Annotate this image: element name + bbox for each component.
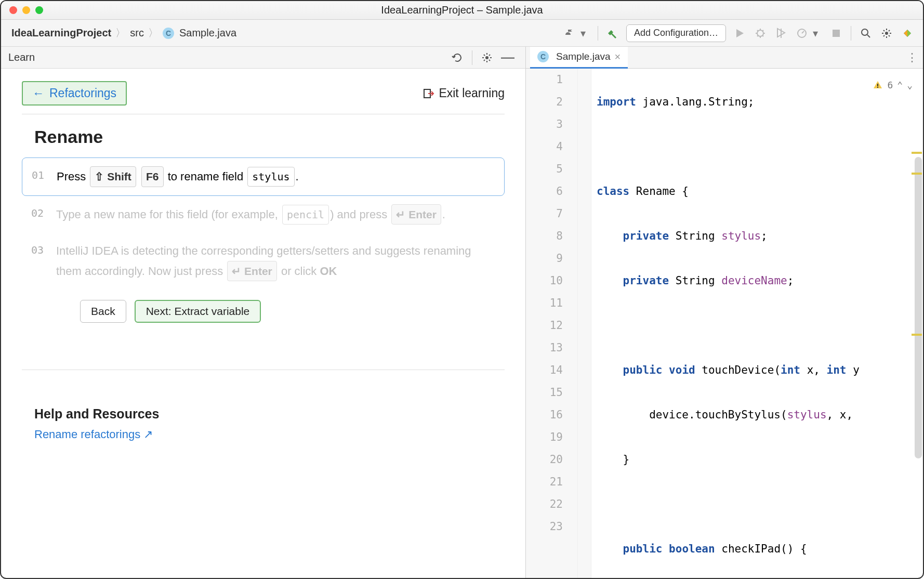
minimize-window-button[interactable]	[22, 6, 30, 14]
error-stripe-marker[interactable]	[912, 334, 922, 336]
coverage-icon[interactable]	[774, 26, 788, 41]
svg-point-4	[885, 32, 888, 35]
stop-icon[interactable]	[829, 26, 843, 41]
chevron-up-icon[interactable]: ⌃	[897, 74, 903, 96]
breadcrumb: IdeaLearningProject 〉 src 〉 C Sample.jav…	[11, 26, 236, 40]
zoom-window-button[interactable]	[35, 6, 43, 14]
debug-icon[interactable]	[753, 26, 768, 41]
line-number-gutter: 123456789101112131415161920212223	[526, 69, 578, 579]
breadcrumb-file[interactable]: Sample.java	[179, 27, 236, 39]
inspection-widget[interactable]: 6 ⌃ ⌄	[873, 74, 913, 96]
restart-icon[interactable]	[450, 50, 465, 65]
breadcrumb-project[interactable]: IdeaLearningProject	[11, 27, 111, 39]
step-text: Press ⇧ Shift F6 to rename field stylus.	[57, 166, 299, 187]
chevron-right-icon: 〉	[115, 26, 126, 40]
gear-icon[interactable]	[480, 50, 494, 65]
scrollbar-thumb[interactable]	[915, 157, 922, 458]
divider	[472, 50, 472, 65]
learn-panel-header: Learn —	[1, 47, 525, 69]
chevron-right-icon: 〉	[148, 26, 159, 40]
window-title: IdeaLearningProject – Sample.java	[1, 4, 923, 16]
back-button[interactable]: Back	[80, 300, 126, 323]
run-icon[interactable]	[732, 26, 747, 41]
keyboard-key: ↵ Enter	[391, 204, 441, 225]
step-number: 03	[31, 241, 48, 281]
code-chip: pencil	[282, 205, 329, 225]
editor-tab-bar: C Sample.java × ⋮	[526, 47, 923, 69]
error-stripe-marker[interactable]	[912, 173, 922, 175]
fold-gutter	[578, 69, 591, 579]
lesson-step-1: 01 Press ⇧ Shift F6 to rename field styl…	[22, 157, 505, 196]
step-text: IntelliJ IDEA is detecting the correspon…	[56, 241, 495, 281]
arrow-left-icon: ←	[32, 86, 44, 100]
code-content[interactable]: import java.lang.String; class Rename { …	[591, 69, 866, 579]
error-stripe-marker[interactable]	[912, 152, 922, 154]
exit-icon	[422, 87, 434, 100]
chevron-down-icon[interactable]: ▾	[808, 26, 823, 41]
svg-rect-2	[833, 30, 840, 37]
svg-rect-8	[877, 87, 878, 88]
main-toolbar: IdeaLearningProject 〉 src 〉 C Sample.jav…	[1, 20, 923, 47]
svg-rect-7	[877, 84, 878, 86]
exit-learning-button[interactable]: Exit learning	[422, 86, 505, 100]
svg-point-3	[862, 29, 868, 35]
code-editor[interactable]: 123456789101112131415161920212223 import…	[526, 69, 923, 579]
keyboard-key: ⇧ Shift	[90, 166, 136, 187]
help-link[interactable]: Rename refactorings ↗	[34, 422, 505, 441]
back-label: Refactorings	[49, 86, 116, 100]
jetbrains-icon[interactable]	[900, 26, 915, 41]
editor-scrollbar[interactable]	[915, 95, 922, 575]
more-icon[interactable]: ⋮	[906, 51, 918, 64]
title-bar: IdeaLearningProject – Sample.java	[1, 1, 923, 20]
next-lesson-button[interactable]: Next: Extract variable	[135, 300, 261, 323]
back-to-module-button[interactable]: ← Refactorings	[22, 81, 127, 106]
build-icon[interactable]	[605, 26, 620, 41]
chevron-down-icon[interactable]: ▾	[576, 26, 590, 41]
help-heading: Help and Resources	[34, 406, 505, 422]
keyboard-key: F6	[141, 166, 164, 187]
add-configuration-button[interactable]: Add Configuration…	[626, 24, 726, 42]
breadcrumb-folder[interactable]: src	[130, 27, 144, 39]
exit-label: Exit learning	[439, 86, 505, 100]
editor-panel: C Sample.java × ⋮ 1234567891011121314151…	[526, 47, 923, 579]
divider	[851, 26, 851, 41]
lesson-title: Rename	[1, 114, 525, 157]
profile-icon[interactable]	[795, 26, 809, 41]
warning-icon	[873, 80, 883, 90]
chevron-down-icon[interactable]: ⌄	[907, 74, 913, 96]
settings-icon[interactable]	[879, 26, 894, 41]
step-number: 02	[31, 204, 48, 225]
minimize-panel-icon[interactable]: —	[500, 50, 515, 65]
learn-tool-window: Learn — ← Refactorings Ex	[1, 47, 526, 579]
editor-tab[interactable]: C Sample.java ×	[530, 47, 628, 69]
class-file-icon: C	[537, 51, 549, 62]
warning-count: 6	[887, 74, 893, 96]
lesson-step-2: 02 Type a new name for this field (for e…	[22, 196, 505, 233]
class-file-icon: C	[163, 28, 174, 39]
code-chip: stylus	[247, 167, 294, 187]
learn-panel-title: Learn	[8, 51, 35, 63]
keyboard-key: ↵ Enter	[227, 261, 277, 282]
close-tab-icon[interactable]: ×	[615, 51, 621, 63]
step-text: Type a new name for this field (for exam…	[56, 204, 445, 225]
step-number: 01	[32, 166, 48, 187]
close-window-button[interactable]	[9, 6, 17, 14]
lesson-step-3: 03 IntelliJ IDEA is detecting the corres…	[22, 233, 505, 290]
vcs-icon[interactable]	[562, 26, 577, 41]
divider	[598, 26, 598, 41]
search-icon[interactable]	[859, 26, 873, 41]
svg-point-5	[485, 56, 489, 59]
tab-label: Sample.java	[556, 51, 611, 62]
